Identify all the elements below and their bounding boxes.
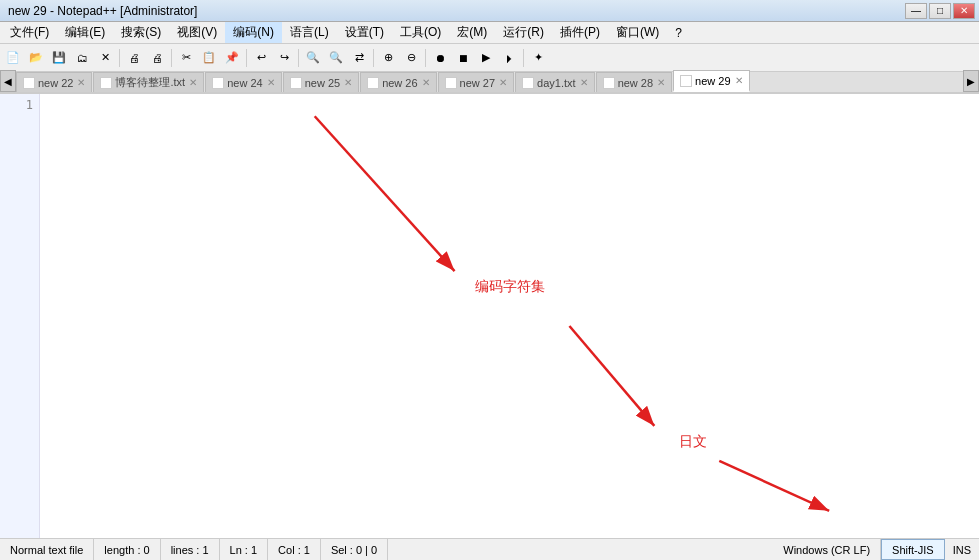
menu-settings[interactable]: 设置(T): [337, 22, 392, 43]
print2-button[interactable]: 🖨: [146, 47, 168, 69]
macro3-button[interactable]: ▶: [475, 47, 497, 69]
svg-line-3: [569, 326, 654, 426]
menu-edit[interactable]: 编辑(E): [57, 22, 113, 43]
status-encoding: Shift-JIS: [881, 539, 945, 560]
menu-tools[interactable]: 工具(O): [392, 22, 449, 43]
editor-area: 1 编码字符集 日文: [0, 94, 979, 538]
tab-new25[interactable]: new 25 ✕: [283, 72, 359, 92]
line-numbers: 1: [0, 94, 40, 538]
menu-search[interactable]: 搜索(S): [113, 22, 169, 43]
tab-new28[interactable]: new 28 ✕: [596, 72, 672, 92]
redo-button[interactable]: ↪: [273, 47, 295, 69]
tab-close-new29[interactable]: ✕: [735, 75, 743, 86]
macro-button[interactable]: ⏺: [429, 47, 451, 69]
tab-close-new22[interactable]: ✕: [77, 77, 85, 88]
save-button[interactable]: 💾: [48, 47, 70, 69]
tab-close-new25[interactable]: ✕: [344, 77, 352, 88]
tab-icon: [522, 77, 534, 89]
menu-help[interactable]: ?: [667, 24, 690, 42]
tabs-container: new 22 ✕ 博客待整理.txt ✕ new 24 ✕ new 25 ✕ n…: [16, 70, 963, 92]
menu-language[interactable]: 语言(L): [282, 22, 337, 43]
menu-bar: 文件(F) 编辑(E) 搜索(S) 视图(V) 编码(N) 语言(L) 设置(T…: [0, 22, 979, 44]
replace-button[interactable]: ⇄: [348, 47, 370, 69]
tab-scroll-right[interactable]: ▶: [963, 70, 979, 92]
menu-file[interactable]: 文件(F): [2, 22, 57, 43]
find-button[interactable]: 🔍: [302, 47, 324, 69]
title-text: new 29 - Notepad++ [Administrator]: [4, 4, 905, 18]
svg-line-1: [315, 116, 455, 271]
toolbar-separator-1: [119, 49, 120, 67]
status-mode: INS: [945, 539, 979, 560]
tab-close-day1[interactable]: ✕: [580, 77, 588, 88]
tab-scroll-left[interactable]: ◀: [0, 70, 16, 92]
svg-line-5: [719, 461, 829, 511]
tab-icon: [212, 77, 224, 89]
menu-window[interactable]: 窗口(W): [608, 22, 667, 43]
menu-run[interactable]: 运行(R): [495, 22, 552, 43]
window-controls: — □ ✕: [905, 3, 975, 19]
toolbar-separator-5: [373, 49, 374, 67]
status-length: length : 0: [94, 539, 160, 560]
svg-text:日文: 日文: [679, 433, 707, 449]
minimize-button[interactable]: —: [905, 3, 927, 19]
close-button-tb[interactable]: ✕: [94, 47, 116, 69]
status-line-ending: Windows (CR LF): [773, 539, 881, 560]
title-bar: new 29 - Notepad++ [Administrator] — □ ✕: [0, 0, 979, 22]
toolbar-separator-4: [298, 49, 299, 67]
status-lines: lines : 1: [161, 539, 220, 560]
tab-icon: [680, 75, 692, 87]
tab-new24[interactable]: new 24 ✕: [205, 72, 281, 92]
tab-icon: [367, 77, 379, 89]
tab-new29[interactable]: new 29 ✕: [673, 70, 749, 92]
tab-new26[interactable]: new 26 ✕: [360, 72, 436, 92]
macro4-button[interactable]: ⏵: [498, 47, 520, 69]
toolbar-separator-3: [246, 49, 247, 67]
tab-close-new27[interactable]: ✕: [499, 77, 507, 88]
tab-icon: [603, 77, 615, 89]
menu-plugins[interactable]: 插件(P): [552, 22, 608, 43]
tab-close-blog[interactable]: ✕: [189, 77, 197, 88]
cut-button[interactable]: ✂: [175, 47, 197, 69]
annotation-svg: 编码字符集 日文: [40, 94, 979, 538]
status-sel: Sel : 0 | 0: [321, 539, 388, 560]
status-bar: Normal text file length : 0 lines : 1 Ln…: [0, 538, 979, 560]
print-button[interactable]: 🖨: [123, 47, 145, 69]
tab-icon: [445, 77, 457, 89]
tab-close-new24[interactable]: ✕: [267, 77, 275, 88]
syntax-button[interactable]: ✦: [527, 47, 549, 69]
zoom-in-button[interactable]: ⊕: [377, 47, 399, 69]
status-file-type: Normal text file: [0, 539, 94, 560]
menu-macro[interactable]: 宏(M): [449, 22, 495, 43]
tab-icon: [23, 77, 35, 89]
save-all-button[interactable]: 🗂: [71, 47, 93, 69]
tab-new27[interactable]: new 27 ✕: [438, 72, 514, 92]
paste-button[interactable]: 📌: [221, 47, 243, 69]
maximize-button[interactable]: □: [929, 3, 951, 19]
tab-new22[interactable]: new 22 ✕: [16, 72, 92, 92]
svg-text:编码字符集: 编码字符集: [475, 278, 545, 294]
copy-button[interactable]: 📋: [198, 47, 220, 69]
toolbar-separator-6: [425, 49, 426, 67]
zoom-out-button[interactable]: ⊖: [400, 47, 422, 69]
editor-content[interactable]: 编码字符集 日文: [40, 94, 979, 538]
new-button[interactable]: 📄: [2, 47, 24, 69]
tab-blog[interactable]: 博客待整理.txt ✕: [93, 72, 204, 92]
menu-view[interactable]: 视图(V): [169, 22, 225, 43]
tab-close-new28[interactable]: ✕: [657, 77, 665, 88]
status-col: Col : 1: [268, 539, 321, 560]
tab-bar: ◀ new 22 ✕ 博客待整理.txt ✕ new 24 ✕ new 25 ✕…: [0, 72, 979, 94]
open-button[interactable]: 📂: [25, 47, 47, 69]
toolbar: 📄 📂 💾 🗂 ✕ 🖨 🖨 ✂ 📋 📌 ↩ ↪ 🔍 🔍 ⇄ ⊕ ⊖ ⏺ ⏹ ▶ …: [0, 44, 979, 72]
status-ln: Ln : 1: [220, 539, 269, 560]
close-button[interactable]: ✕: [953, 3, 975, 19]
toolbar-separator-7: [523, 49, 524, 67]
menu-encoding[interactable]: 编码(N): [225, 22, 282, 43]
tab-icon: [100, 77, 112, 89]
tab-day1[interactable]: day1.txt ✕: [515, 72, 595, 92]
undo-button[interactable]: ↩: [250, 47, 272, 69]
macro2-button[interactable]: ⏹: [452, 47, 474, 69]
toolbar-separator-2: [171, 49, 172, 67]
find2-button[interactable]: 🔍: [325, 47, 347, 69]
tab-icon: [290, 77, 302, 89]
tab-close-new26[interactable]: ✕: [422, 77, 430, 88]
